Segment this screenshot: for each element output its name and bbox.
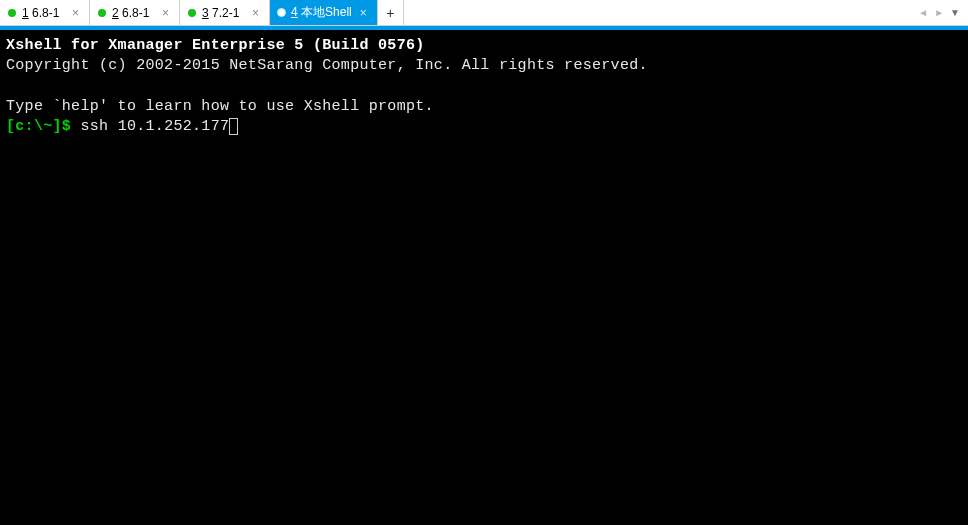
tab-session-1[interactable]: 1 6.8-1 × (0, 0, 90, 25)
close-icon[interactable]: × (70, 7, 81, 19)
status-dot-icon (8, 9, 16, 17)
terminal-title-line: Xshell for Xmanager Enterprise 5 (Build … (6, 37, 425, 54)
terminal-copyright-line: Copyright (c) 2002-2015 NetSarang Comput… (6, 57, 648, 74)
tab-bar: 1 6.8-1 × 2 6.8-1 × 3 7.2-1 × 4 本地Shell … (0, 0, 968, 26)
terminal-help-line: Type `help' to learn how to use Xshell p… (6, 98, 434, 115)
plus-icon: + (386, 6, 394, 20)
cursor-icon (229, 118, 238, 135)
tab-session-2[interactable]: 2 6.8-1 × (90, 0, 180, 25)
tab-nav: ◄ ► ▼ (916, 0, 968, 25)
tab-menu-icon[interactable]: ▼ (948, 5, 962, 20)
new-tab-button[interactable]: + (378, 0, 404, 25)
tab-label: 4 本地Shell (291, 4, 352, 21)
tab-label: 1 6.8-1 (22, 6, 64, 20)
terminal-command: ssh 10.1.252.177 (80, 118, 229, 135)
tab-label: 3 7.2-1 (202, 6, 244, 20)
close-icon[interactable]: × (358, 7, 369, 19)
status-dot-icon (278, 9, 285, 16)
status-dot-icon (98, 9, 106, 17)
terminal-prompt: [c:\~]$ (6, 118, 80, 135)
tab-session-3[interactable]: 3 7.2-1 × (180, 0, 270, 25)
status-dot-icon (188, 9, 196, 17)
tab-scroll-left-icon[interactable]: ◄ (916, 5, 930, 20)
tab-scroll-right-icon[interactable]: ► (932, 5, 946, 20)
tab-label: 2 6.8-1 (112, 6, 154, 20)
tab-local-shell[interactable]: 4 本地Shell × (270, 0, 378, 25)
close-icon[interactable]: × (160, 7, 171, 19)
terminal-output[interactable]: Xshell for Xmanager Enterprise 5 (Build … (0, 30, 968, 525)
close-icon[interactable]: × (250, 7, 261, 19)
